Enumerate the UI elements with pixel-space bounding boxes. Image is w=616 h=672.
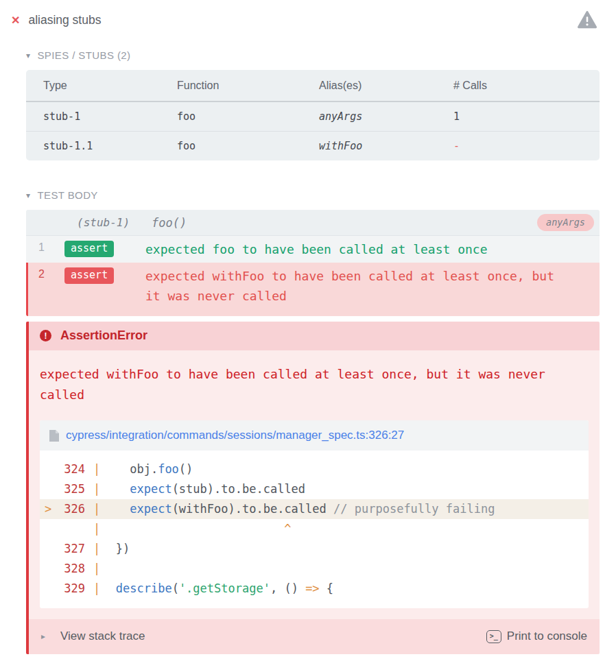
- code-line: 329| describe('.getStorage', () => {: [40, 579, 589, 599]
- col-calls: # Calls: [453, 70, 600, 101]
- table-header-row: Type Function Alias(es) # Calls: [26, 70, 600, 101]
- print-to-console-label: Print to console: [507, 629, 587, 643]
- error-exclamation-icon: !: [40, 330, 51, 341]
- spies-stubs-table: Type Function Alias(es) # Calls stub-1 f…: [26, 70, 600, 160]
- warning-triangle-glyph: [578, 11, 597, 29]
- chevron-down-icon: ▾: [26, 51, 30, 60]
- cell-calls: -: [453, 132, 600, 161]
- table-row: stub-1 foo anyArgs 1: [26, 101, 600, 132]
- print-to-console-button[interactable]: >_ Print to console: [486, 629, 587, 643]
- test-body-section-header[interactable]: ▾ TEST BODY: [26, 189, 600, 201]
- cell-function: foo: [177, 101, 319, 132]
- error-message: expected withFoo to have been called at …: [40, 364, 589, 405]
- assert-badge: assert: [64, 241, 114, 257]
- chevron-down-icon: ▾: [26, 191, 30, 200]
- code-line: 328|: [40, 559, 589, 579]
- alias-tag-badge: anyArgs: [537, 214, 594, 231]
- warning-icon[interactable]: [578, 11, 597, 29]
- chevron-right-icon: ▸: [41, 632, 45, 641]
- code-line: | ^: [40, 519, 589, 539]
- view-stack-trace-toggle[interactable]: ▸ View stack trace: [41, 629, 145, 643]
- assert-badge: assert: [64, 267, 114, 284]
- table-row: stub-1.1 foo withFoo -: [26, 132, 600, 161]
- error-header: ! AssertionError: [29, 322, 600, 350]
- command-log: (stub-1) foo() anyArgs 1 assert expected…: [26, 210, 600, 316]
- col-aliases: Alias(es): [319, 70, 453, 101]
- test-failed-x-icon: ✕: [11, 14, 20, 27]
- code-frame-file-header: cypress/integration/commands/sessions/ma…: [40, 420, 589, 451]
- spies-stubs-section-header[interactable]: ▾ SPIES / STUBS (2): [26, 49, 600, 61]
- spies-stubs-title: SPIES / STUBS (2): [37, 49, 130, 61]
- command-number: 1: [37, 239, 55, 254]
- col-function: Function: [177, 70, 319, 101]
- cell-type: stub-1.1: [26, 132, 177, 161]
- test-attempt-content: ▾ SPIES / STUBS (2) Type Function Alias(…: [26, 49, 600, 654]
- command-row-assert-passed[interactable]: 1 assert expected foo to have been calle…: [26, 236, 600, 263]
- view-stack-trace-label: View stack trace: [60, 629, 145, 643]
- error-body: expected withFoo to have been called at …: [29, 350, 600, 619]
- error-name: AssertionError: [60, 328, 147, 343]
- cell-type: stub-1: [26, 101, 177, 132]
- col-type: Type: [26, 70, 177, 101]
- code-line: 324| obj.foo(): [40, 459, 589, 479]
- stub-ref-label: (stub-1): [77, 216, 130, 229]
- command-row-assert-failed[interactable]: 2 assert expected withFoo to have been c…: [26, 263, 600, 316]
- code-frame: cypress/integration/commands/sessions/ma…: [40, 420, 589, 608]
- test-body-title: TEST BODY: [37, 189, 97, 201]
- code-line: 327| }): [40, 539, 589, 559]
- code-line: 325| expect(stub).to.be.called: [40, 479, 589, 499]
- stub-call-label: foo(): [152, 216, 187, 230]
- instrument-header-row[interactable]: (stub-1) foo() anyArgs: [26, 210, 600, 236]
- code-lines: 324| obj.foo()325| expect(stub).to.be.ca…: [40, 451, 589, 608]
- command-message: expected withFoo to have been called at …: [145, 266, 565, 313]
- terminal-icon: >_: [486, 630, 501, 643]
- cell-alias: anyArgs: [319, 101, 453, 132]
- cell-calls: 1: [453, 101, 600, 132]
- file-icon: [49, 430, 59, 442]
- error-footer: ▸ View stack trace >_ Print to console: [29, 619, 600, 654]
- command-number: 2: [37, 266, 55, 280]
- code-line: >326| expect(withFoo).to.be.called // pu…: [40, 499, 589, 519]
- error-file-link[interactable]: cypress/integration/commands/sessions/ma…: [66, 429, 404, 442]
- cell-alias: withFoo: [319, 132, 453, 161]
- test-title: aliasing stubs: [28, 13, 101, 27]
- error-block: ! AssertionError expected withFoo to hav…: [26, 322, 600, 654]
- test-header[interactable]: ✕ aliasing stubs: [10, 8, 600, 30]
- cell-function: foo: [177, 132, 319, 161]
- command-message: expected foo to have been called at leas…: [145, 239, 565, 259]
